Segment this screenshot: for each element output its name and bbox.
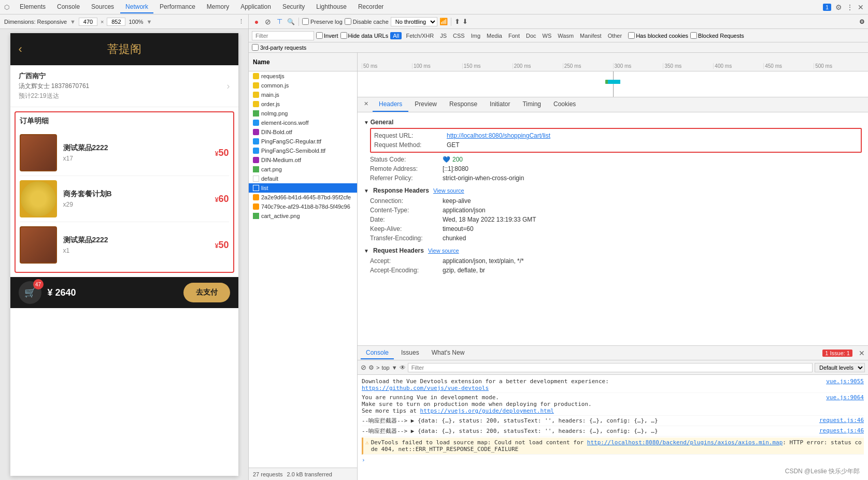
general-section-header[interactable]: ▼ General xyxy=(364,119,862,126)
file-item-740c[interactable]: 740c79ce-af29-41b8-b78d-5f49c96 xyxy=(249,202,352,211)
filter-css[interactable]: CSS xyxy=(451,32,467,39)
file-item-cart-png[interactable]: cart.png xyxy=(249,165,357,174)
blocked-cookies-checkbox[interactable]: Has blocked cookies xyxy=(628,32,688,39)
tab-recorder[interactable]: Recorder xyxy=(353,1,389,13)
console-settings-icon[interactable]: ⚙ xyxy=(368,364,374,371)
response-headers-section-header[interactable]: ▼ Response Headers View source xyxy=(364,187,862,194)
request-headers-section-header[interactable]: ▼ Request Headers View source xyxy=(364,247,862,254)
file-item-nolmg[interactable]: nolmg.png xyxy=(249,109,357,118)
search-icon[interactable]: 🔍 xyxy=(286,17,295,26)
import-har-icon[interactable]: ⬆ xyxy=(454,18,460,25)
back-button[interactable]: ‹ xyxy=(19,42,22,56)
third-party-checkbox[interactable]: 3rd-party requests xyxy=(252,44,306,51)
scale-50ms: 50 ms xyxy=(362,63,412,69)
console-src-1[interactable]: vue.js:9055 xyxy=(826,378,864,391)
item-1-qty: x17 xyxy=(63,155,215,162)
device-selector[interactable]: Dimensions: Responsive xyxy=(4,19,67,25)
filter-fetch[interactable]: Fetch/XHR xyxy=(404,32,436,39)
scale-350ms: 350 ms xyxy=(663,63,713,69)
devtools-more-icon[interactable]: ⋮ xyxy=(846,3,853,11)
file-item-requestjs[interactable]: requestjs xyxy=(249,71,357,81)
filter-all[interactable]: All xyxy=(390,32,402,39)
tab-application[interactable]: Application xyxy=(235,1,276,13)
checkout-button[interactable]: 去支付 xyxy=(183,283,230,302)
disable-cache-checkbox[interactable]: Disable cache xyxy=(345,18,389,25)
filter-manifest[interactable]: Manifest xyxy=(578,32,604,39)
file-item-pingfang-regular[interactable]: PingFangSC-Regular.ttf xyxy=(249,137,357,146)
devtools-settings-icon[interactable]: ⚙ xyxy=(835,3,842,11)
filter-media[interactable]: Media xyxy=(485,32,504,39)
tab-cookies[interactable]: Cookies xyxy=(547,97,582,112)
item-1-price: ¥50 xyxy=(215,148,229,158)
device-width-input[interactable] xyxy=(79,18,97,26)
filter-other[interactable]: Other xyxy=(606,32,624,39)
filter-input[interactable] xyxy=(252,31,314,40)
tab-initiator[interactable]: Initiator xyxy=(483,97,516,112)
console-prompt-line[interactable]: › xyxy=(362,456,864,464)
blocked-requests-checkbox[interactable]: Blocked Requests xyxy=(690,32,744,39)
hide-data-checkbox[interactable]: Hide data URLs xyxy=(340,32,389,39)
tab-headers[interactable]: Headers xyxy=(373,97,408,112)
console-src-3[interactable]: request.js:46 xyxy=(819,417,864,425)
detail-close-icon[interactable]: ✕ xyxy=(362,97,371,112)
console-tab-whats-new[interactable]: What's New xyxy=(426,347,470,359)
tab-elements[interactable]: Elements xyxy=(15,1,51,13)
file-item-pingfang-semibold[interactable]: PingFangSC-Semibold.ttf xyxy=(249,146,357,155)
address-card[interactable]: 广西南宁 汤文辉女士 18378670761 预计22:19送达 › xyxy=(10,65,238,107)
console-tab-console[interactable]: Console xyxy=(361,347,394,359)
filter-font[interactable]: Font xyxy=(506,32,522,39)
console-dropdown-icon[interactable]: ▼ xyxy=(392,365,397,371)
file-item-2a2e[interactable]: 2a2e9d66-b41d-4645-87bd-95f2cfe xyxy=(249,193,352,202)
tab-timing[interactable]: Timing xyxy=(516,97,547,112)
filter-js[interactable]: JS xyxy=(438,32,449,39)
tab-security[interactable]: Security xyxy=(277,1,310,13)
console-level-select[interactable]: Default levels xyxy=(815,363,865,372)
console-src-2[interactable]: vue.js:9064 xyxy=(826,394,864,414)
console-clear-icon[interactable]: ⊘ xyxy=(361,363,366,371)
tab-sources[interactable]: Sources xyxy=(86,1,119,13)
tab-preview[interactable]: Preview xyxy=(408,97,443,112)
console-eye-icon[interactable]: 👁 xyxy=(400,364,406,371)
file-item-din-bold[interactable]: DIN-Bold.otf xyxy=(249,127,357,137)
tab-memory[interactable]: Memory xyxy=(202,1,234,13)
filter-doc[interactable]: Doc xyxy=(524,32,538,39)
throttle-select[interactable]: No throttling xyxy=(391,17,437,26)
filter-wasm[interactable]: Wasm xyxy=(556,32,576,39)
filter-toggle-icon[interactable]: ⊤ xyxy=(275,17,284,26)
view-source-link[interactable]: View source xyxy=(433,187,464,194)
console-src-4[interactable]: request.js:46 xyxy=(819,427,864,435)
cart-icon[interactable]: 🛒 47 xyxy=(19,281,41,304)
filter-ws[interactable]: WS xyxy=(540,32,554,39)
req-view-source-link[interactable]: View source xyxy=(428,248,459,254)
device-height-input[interactable] xyxy=(107,18,125,26)
file-item-default[interactable]: default xyxy=(249,174,357,183)
address-arrow-icon: › xyxy=(227,81,230,92)
file-item-list[interactable]: list xyxy=(249,183,357,193)
network-settings-icon[interactable]: ⚙ xyxy=(859,18,865,25)
filter-img[interactable]: Img xyxy=(469,32,482,39)
tab-performance[interactable]: Performance xyxy=(154,1,201,13)
rqh-encoding-val: gzip, deflate, br xyxy=(443,267,485,274)
preserve-log-checkbox[interactable]: Preserve log xyxy=(302,18,343,25)
invert-checkbox[interactable]: Invert xyxy=(316,32,338,39)
file-item-order-js[interactable]: order.js xyxy=(249,99,357,109)
file-item-common-js[interactable]: common.js xyxy=(249,81,357,90)
console-close-icon[interactable]: ✕ xyxy=(859,349,865,357)
record-button[interactable]: ● xyxy=(252,17,261,26)
export-har-icon[interactable]: ⬇ xyxy=(462,18,468,25)
clear-button[interactable]: ⊘ xyxy=(263,17,273,26)
tab-lighthouse[interactable]: Lighthouse xyxy=(311,1,352,13)
console-tab-issues[interactable]: Issues xyxy=(396,347,424,359)
tab-network[interactable]: Network xyxy=(120,1,153,13)
file-item-din-medium[interactable]: DIN-Medium.otf xyxy=(249,155,357,165)
network-conditions-icon[interactable]: 📶 xyxy=(439,18,448,25)
file-item-element-icons[interactable]: element-icons.woff xyxy=(249,118,357,127)
more-options-icon[interactable]: ⋮ xyxy=(238,18,244,25)
tab-console[interactable]: Console xyxy=(52,1,85,13)
devtools-close-icon[interactable]: ✕ xyxy=(858,3,864,11)
file-item-main-js[interactable]: main.js xyxy=(249,90,357,99)
file-item-cart-active[interactable]: cart_active.png xyxy=(249,211,357,221)
tab-response[interactable]: Response xyxy=(443,97,483,112)
console-filter-input[interactable] xyxy=(408,363,813,372)
zoom-selector[interactable]: 100% xyxy=(129,19,143,25)
